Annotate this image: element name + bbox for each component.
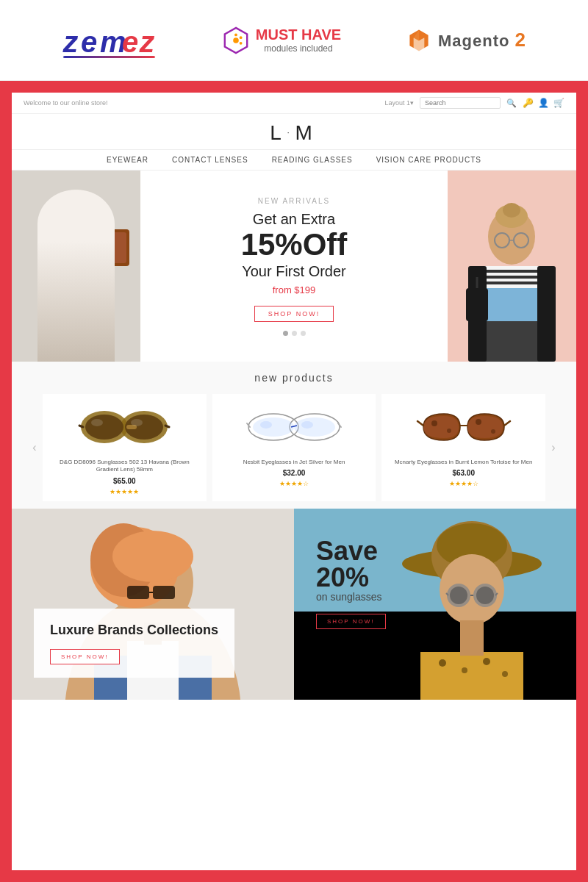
layout-selector[interactable]: Layout 1▾ bbox=[384, 99, 414, 107]
svg-point-51 bbox=[294, 417, 335, 437]
svg-point-41 bbox=[85, 415, 123, 440]
product-name-3: Mcnarty Eyeglasses in Burnt Lemon Tortoi… bbox=[387, 459, 539, 466]
banner-left-shop-button[interactable]: SHOP NOW! bbox=[50, 649, 120, 664]
store-nav: EYEWEAR CONTACT LENSES READING GLASSES V… bbox=[12, 149, 576, 171]
product-name-1: D&G DD8096 Sunglasses 502 13 Havana (Bro… bbox=[49, 459, 201, 474]
svg-point-7 bbox=[233, 37, 239, 43]
svg-point-13 bbox=[48, 218, 104, 284]
svg-rect-16 bbox=[78, 251, 94, 262]
svg-text:z: z bbox=[139, 26, 155, 58]
zemes-logo: z e m e z bbox=[62, 21, 157, 60]
must-have-badge: MUST HAVE modules included bbox=[222, 26, 341, 54]
zemes-logo-svg: z e m e z bbox=[62, 21, 157, 60]
hero-line1: Get an Extra bbox=[253, 211, 335, 228]
user-icon[interactable]: 👤 bbox=[538, 98, 549, 108]
banner-right-content: Save 20% on sunglasses SHOP NOW! bbox=[316, 538, 386, 629]
product-card-2: Nesbit Eyeglasses in Jet Silver for Men … bbox=[212, 394, 376, 501]
carousel-next-arrow[interactable]: › bbox=[545, 440, 562, 456]
nav-contact-lenses[interactable]: CONTACT LENSES bbox=[172, 156, 248, 164]
svg-point-85 bbox=[450, 587, 467, 604]
svg-point-59 bbox=[476, 419, 481, 425]
product-stars-3: ★★★★☆ bbox=[387, 480, 539, 487]
svg-point-9 bbox=[240, 36, 243, 39]
logo-dot: · bbox=[287, 129, 295, 137]
product-stars-2: ★★★★☆ bbox=[218, 480, 370, 487]
man-image-placeholder bbox=[12, 171, 140, 362]
welcome-text: Welcome to our online store! bbox=[24, 99, 107, 107]
products-title: new products bbox=[26, 372, 562, 384]
magento-badge: Magento 2 bbox=[406, 27, 526, 54]
search-input[interactable] bbox=[420, 97, 501, 109]
magento-icon bbox=[406, 27, 432, 54]
product-stars-1: ★★★★★ bbox=[49, 488, 201, 495]
svg-rect-28 bbox=[481, 288, 543, 321]
cart-icon[interactable]: 🛒 bbox=[553, 98, 564, 108]
svg-line-44 bbox=[79, 426, 83, 427]
search-icon[interactable]: 🔍 bbox=[506, 98, 517, 108]
product-price-1: $65.00 bbox=[49, 477, 201, 485]
hero-section: NEW ARRIVALS Get an Extra 15%Off Your Fi… bbox=[12, 171, 576, 362]
nav-reading-glasses[interactable]: READING GLASSES bbox=[272, 156, 353, 164]
woman-figure-svg bbox=[448, 171, 576, 362]
svg-line-19 bbox=[76, 244, 107, 318]
svg-point-10 bbox=[240, 41, 243, 44]
svg-point-56 bbox=[301, 421, 313, 429]
key-icon[interactable]: 🔑 bbox=[523, 98, 534, 108]
svg-point-93 bbox=[483, 658, 490, 665]
svg-rect-15 bbox=[57, 251, 74, 262]
hero-shop-now-button[interactable]: SHOP NOW! bbox=[254, 306, 334, 322]
svg-point-86 bbox=[476, 587, 494, 604]
dot-3[interactable] bbox=[301, 331, 306, 336]
dot-1[interactable] bbox=[283, 331, 288, 336]
svg-rect-5 bbox=[63, 56, 155, 58]
man-figure-svg bbox=[12, 171, 140, 362]
banner-right: Save 20% on sunglasses SHOP NOW! bbox=[294, 509, 576, 700]
product-card-3: Mcnarty Eyeglasses in Burnt Lemon Tortoi… bbox=[381, 394, 545, 501]
must-have-content: MUST HAVE modules included bbox=[222, 26, 341, 54]
nav-vision-care[interactable]: VISION CARE PRODUCTS bbox=[376, 156, 481, 164]
product-name-2: Nesbit Eyeglasses in Jet Silver for Men bbox=[218, 459, 370, 466]
banner-right-shop-button[interactable]: SHOP NOW! bbox=[316, 614, 386, 629]
products-section: new products ‹ bbox=[12, 362, 576, 509]
nav-eyewear[interactable]: EYEWEAR bbox=[107, 156, 148, 164]
svg-text:e: e bbox=[81, 26, 97, 58]
sunglasses-svg-1 bbox=[76, 405, 172, 449]
svg-point-46 bbox=[91, 419, 103, 426]
svg-point-14 bbox=[49, 215, 102, 247]
banner-left-content: Luxure Brands Collections SHOP NOW! bbox=[34, 609, 234, 677]
svg-rect-18 bbox=[71, 279, 82, 293]
magento-label: Magento 2 bbox=[438, 29, 526, 51]
svg-point-92 bbox=[462, 667, 467, 673]
svg-line-45 bbox=[165, 426, 169, 427]
banner-right-sub: on sunglasses bbox=[316, 591, 386, 603]
store-topbar: Welcome to our online store! Layout 1▾ 🔍… bbox=[12, 93, 576, 114]
svg-line-63 bbox=[504, 421, 510, 426]
svg-rect-70 bbox=[127, 586, 149, 599]
store-logo[interactable]: L·M bbox=[12, 121, 576, 145]
svg-point-57 bbox=[431, 420, 437, 426]
hero-subtitle: NEW ARRIVALS bbox=[258, 197, 330, 205]
hexagon-icon bbox=[222, 26, 250, 54]
dot-2[interactable] bbox=[292, 331, 297, 336]
glasses-svg-2 bbox=[243, 405, 345, 449]
svg-point-55 bbox=[260, 421, 272, 429]
svg-rect-12 bbox=[41, 288, 111, 362]
svg-point-94 bbox=[502, 671, 508, 677]
product-image-2 bbox=[218, 401, 370, 453]
svg-point-31 bbox=[503, 203, 520, 218]
product-price-3: $63.00 bbox=[387, 469, 539, 477]
svg-rect-27 bbox=[484, 282, 539, 284]
glasses-svg-3 bbox=[416, 405, 512, 449]
banner-right-percent: 20% bbox=[316, 564, 386, 591]
banner-left: Luxure Brands Collections SHOP NOW! bbox=[12, 509, 294, 700]
svg-point-69 bbox=[112, 531, 193, 582]
hero-line3: Your First Order bbox=[242, 263, 346, 280]
products-grid: ‹ bbox=[26, 394, 562, 501]
svg-rect-71 bbox=[153, 586, 175, 599]
product-image-1 bbox=[49, 401, 201, 453]
svg-point-91 bbox=[439, 659, 446, 667]
hero-center: NEW ARRIVALS Get an Extra 15%Off Your Fi… bbox=[140, 171, 448, 362]
carousel-prev-arrow[interactable]: ‹ bbox=[26, 440, 43, 456]
product-price-2: $32.00 bbox=[218, 469, 370, 477]
bottom-banners: Luxure Brands Collections SHOP NOW! bbox=[12, 509, 576, 700]
